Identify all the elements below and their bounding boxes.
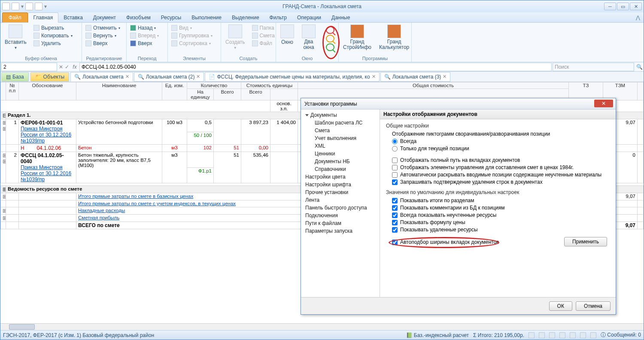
- cut-button[interactable]: Вырезать: [33, 24, 73, 31]
- two-windows-button[interactable]: Два окна: [300, 24, 317, 54]
- col-unit[interactable]: Ед. изм.: [162, 82, 187, 100]
- sb-icon[interactable]: [559, 332, 565, 338]
- sb-icon[interactable]: [539, 332, 545, 338]
- grand-stroyinfo-button[interactable]: Гранд СтройИнфо: [341, 24, 373, 54]
- folder-button[interactable]: Папка: [251, 24, 276, 31]
- doc-tab[interactable]: 🔍Локальная смета (2)✕: [134, 72, 204, 82]
- calc-mode[interactable]: 📗 Баз.-индексный расчет: [406, 332, 469, 338]
- expand-icon[interactable]: ⊞⊞: [1, 119, 6, 145]
- qat-icon[interactable]: [12, 3, 19, 10]
- create-button[interactable]: Создать▼: [224, 24, 247, 54]
- mag-red-icon[interactable]: [326, 26, 334, 34]
- grand-calc-button[interactable]: Гранд Калькулятор: [377, 24, 411, 54]
- sb-icon[interactable]: [590, 332, 596, 338]
- tree-item[interactable]: Прочие установки: [301, 188, 380, 196]
- ribbon-toggle-icon[interactable]: ⋀: [632, 13, 644, 22]
- cell-ref-input[interactable]: 2: [1, 63, 57, 71]
- chk-autoexpand[interactable]: Автоматически раскрывать вводимые позици…: [392, 172, 610, 178]
- tab-close-icon[interactable]: ✕: [372, 74, 376, 79]
- redo-button[interactable]: Вернуть▾: [85, 32, 124, 39]
- expand-icon[interactable]: ⊞⊞: [1, 152, 6, 183]
- sb-icon[interactable]: [580, 332, 586, 338]
- group-button[interactable]: Группировка▾: [170, 32, 218, 39]
- tab-close-icon[interactable]: ✕: [196, 74, 200, 79]
- tree-item[interactable]: Документы НБ: [301, 158, 380, 165]
- minimize-button[interactable]: ─: [604, 3, 616, 10]
- qat-icon[interactable]: [2, 3, 10, 10]
- close-button[interactable]: ✕: [630, 3, 642, 10]
- cancel-button[interactable]: Отмена: [576, 301, 611, 311]
- radio-current[interactable]: Только для текущей позиции: [392, 146, 610, 152]
- tree-item[interactable]: Шаблон расчета ЛС: [301, 119, 380, 127]
- sb-icon[interactable]: [570, 332, 576, 338]
- chk-price-formula[interactable]: Показывать формулу цены: [392, 219, 610, 225]
- col-basis[interactable]: Обоснование: [19, 82, 76, 100]
- maximize-button[interactable]: ▭: [617, 3, 629, 10]
- sb-icon[interactable]: [549, 332, 555, 338]
- file-tab[interactable]: Файл: [2, 12, 28, 22]
- dialog-close-button[interactable]: ✕: [594, 100, 613, 107]
- up-button[interactable]: Вверх: [85, 40, 124, 47]
- undo-button[interactable]: Отменить▾: [85, 24, 124, 31]
- ok-button[interactable]: ОК: [549, 301, 572, 311]
- radio-always[interactable]: Всегда: [392, 138, 610, 144]
- tree-item[interactable]: Смета: [301, 127, 380, 134]
- search-input[interactable]: Поиск: [553, 63, 634, 71]
- file-button[interactable]: Файл: [251, 40, 276, 47]
- chk-deleted-resources[interactable]: Показывать удаленные ресурсы: [392, 227, 610, 233]
- chk-fullpath[interactable]: Отображать полный путь на вкладках докум…: [392, 157, 610, 163]
- tree-item[interactable]: XML: [301, 142, 380, 150]
- paste-button[interactable]: Вставить▼: [3, 24, 28, 54]
- ribbon-tab[interactable]: Документ: [88, 13, 121, 22]
- ribbon-tab[interactable]: Физобъем: [121, 13, 156, 22]
- dialog-tree[interactable]: Документы Шаблон расчета ЛС Смета Учет в…: [301, 109, 380, 297]
- tree-item-documents[interactable]: Документы: [301, 111, 380, 119]
- collapse-icon[interactable]: ⊟: [1, 112, 6, 119]
- ribbon-tab[interactable]: Данные: [326, 13, 355, 22]
- objects-button[interactable]: 📁Объекты: [30, 72, 70, 82]
- view-button[interactable]: Вид▾: [170, 24, 218, 31]
- chk-1984[interactable]: Отображать элементы управления для соста…: [392, 164, 610, 170]
- apply-button[interactable]: Применить: [564, 237, 607, 246]
- back-button[interactable]: Назад▾: [129, 24, 165, 31]
- ribbon-tab[interactable]: Операции: [292, 13, 326, 22]
- status-messages[interactable]: ⓘ Сообщений: 0: [601, 331, 641, 339]
- col-totalcost[interactable]: Общая стоимость: [298, 82, 569, 89]
- up-nav-button[interactable]: Вверх: [129, 40, 165, 47]
- tree-item[interactable]: Подключения: [301, 212, 380, 219]
- chk-show-unaccounted[interactable]: Всегда показывать неучтенные ресурсы: [392, 212, 610, 218]
- col-no[interactable]: № п.п: [6, 82, 19, 100]
- ribbon-tab-main[interactable]: Главная: [28, 12, 59, 23]
- col-name[interactable]: Наименование: [76, 82, 162, 100]
- sb-icon[interactable]: [529, 332, 535, 338]
- ribbon-tab[interactable]: Вставка: [58, 13, 88, 22]
- forward-button[interactable]: Вперед▾: [129, 32, 165, 39]
- col-unitcost[interactable]: Стоимость единицы: [241, 82, 298, 89]
- mag-green-icon[interactable]: [326, 43, 334, 51]
- tree-item[interactable]: Параметры запуска: [301, 227, 380, 235]
- formula-input[interactable]: ФССЦ-04.1.02.05-0040: [79, 63, 552, 71]
- tree-item[interactable]: Панель быстрого доступа: [301, 204, 380, 212]
- expand-icon[interactable]: ⊞: [1, 186, 6, 193]
- tree-item[interactable]: Настройки цвета: [301, 173, 380, 181]
- doc-tab[interactable]: 🔍Локальная смета✕: [70, 72, 133, 82]
- chk-section-totals[interactable]: Показывать итоги по разделам: [392, 197, 610, 203]
- estimate-button[interactable]: Смета: [251, 32, 276, 39]
- base-button[interactable]: ▤База: [1, 72, 29, 82]
- scrollbar-horizontal[interactable]: [0, 323, 644, 330]
- scroll-thumb[interactable]: [9, 324, 35, 330]
- window-button[interactable]: Окно: [279, 24, 296, 54]
- col-qty[interactable]: Количество: [187, 82, 241, 89]
- qat-undo-icon[interactable]: [25, 3, 33, 10]
- search-icon[interactable]: 🔍: [635, 64, 644, 70]
- tree-item[interactable]: Настройки шрифта: [301, 181, 380, 188]
- tree-item[interactable]: Учет выполнения: [301, 134, 380, 142]
- qat-redo-icon[interactable]: [35, 3, 43, 10]
- chk-db-comments[interactable]: Показывать комментарии из БД к позициям: [392, 205, 610, 211]
- copy-button[interactable]: Копировать▾: [33, 32, 73, 39]
- tab-close-icon[interactable]: ✕: [443, 74, 447, 79]
- tree-item[interactable]: Ценники: [301, 150, 380, 158]
- ribbon-tab[interactable]: Ресурсы: [156, 13, 186, 22]
- mag-yellow-icon[interactable]: [326, 35, 334, 42]
- ribbon-tab[interactable]: Выделение: [227, 13, 264, 22]
